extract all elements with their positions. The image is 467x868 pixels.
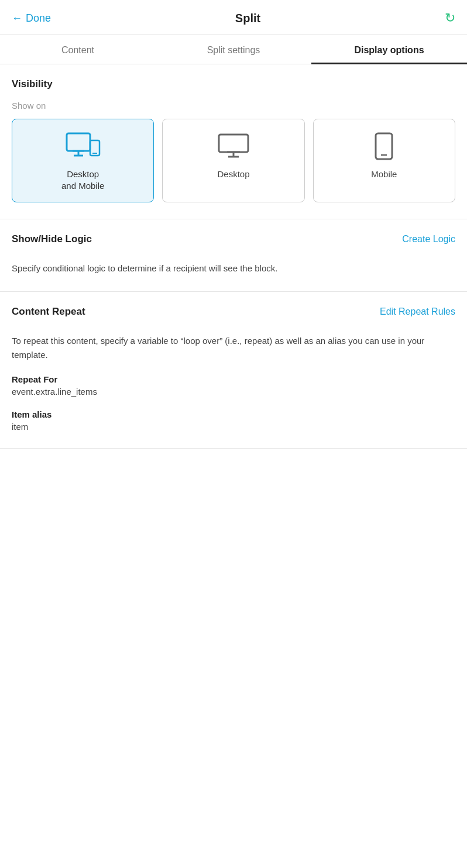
content-repeat-section: Content Repeat Edit Repeat Rules To repe…	[0, 292, 467, 449]
page-content: Visibility Show on Deskt	[0, 64, 467, 449]
desktop-mobile-icon	[64, 131, 102, 161]
repeat-for-value: event.extra.line_items	[12, 387, 455, 397]
done-button[interactable]: ← Done	[12, 12, 51, 25]
item-alias-label: Item alias	[12, 409, 455, 419]
device-card-desktop[interactable]: Desktop	[162, 119, 304, 202]
content-repeat-header: Content Repeat Edit Repeat Rules	[12, 306, 455, 318]
show-hide-logic-header: Show/Hide Logic Create Logic	[12, 233, 455, 245]
refresh-icon[interactable]: ↻	[445, 11, 455, 26]
tab-bar: Content Split settings Display options	[0, 35, 467, 64]
tab-content[interactable]: Content	[0, 35, 156, 64]
show-hide-logic-description: Specify conditional logic to determine i…	[12, 261, 455, 275]
mobile-icon	[373, 131, 394, 161]
tab-split-settings[interactable]: Split settings	[156, 35, 311, 64]
device-card-mobile-label: Mobile	[371, 168, 397, 180]
show-hide-logic-title: Show/Hide Logic	[12, 233, 92, 245]
repeat-for-label: Repeat For	[12, 374, 455, 384]
device-options: Desktopand Mobile Desktop	[12, 119, 455, 202]
item-alias-value: item	[12, 422, 455, 432]
svg-rect-6	[219, 135, 248, 152]
content-repeat-title: Content Repeat	[12, 306, 85, 318]
svg-rect-0	[67, 133, 90, 151]
content-repeat-description: To repeat this content, specify a variab…	[12, 334, 455, 361]
tab-display-options[interactable]: Display options	[311, 35, 467, 64]
device-card-desktop-mobile-label: Desktopand Mobile	[61, 168, 104, 191]
show-hide-logic-section: Show/Hide Logic Create Logic Specify con…	[0, 219, 467, 292]
app-header: ← Done Split ↻	[0, 0, 467, 35]
show-on-label: Show on	[12, 101, 455, 111]
done-label: Done	[26, 12, 51, 25]
repeat-for-field: Repeat For event.extra.line_items	[12, 374, 455, 397]
desktop-icon	[217, 131, 250, 161]
device-card-mobile[interactable]: Mobile	[313, 119, 455, 202]
create-logic-button[interactable]: Create Logic	[402, 234, 455, 244]
back-arrow-icon: ←	[12, 12, 22, 25]
device-card-desktop-mobile[interactable]: Desktopand Mobile	[12, 119, 154, 202]
item-alias-field: Item alias item	[12, 409, 455, 432]
edit-repeat-rules-button[interactable]: Edit Repeat Rules	[380, 306, 455, 317]
visibility-title: Visibility	[12, 78, 455, 90]
device-card-desktop-label: Desktop	[217, 168, 249, 180]
page-title: Split	[235, 12, 260, 25]
visibility-section: Visibility Show on Deskt	[0, 64, 467, 219]
